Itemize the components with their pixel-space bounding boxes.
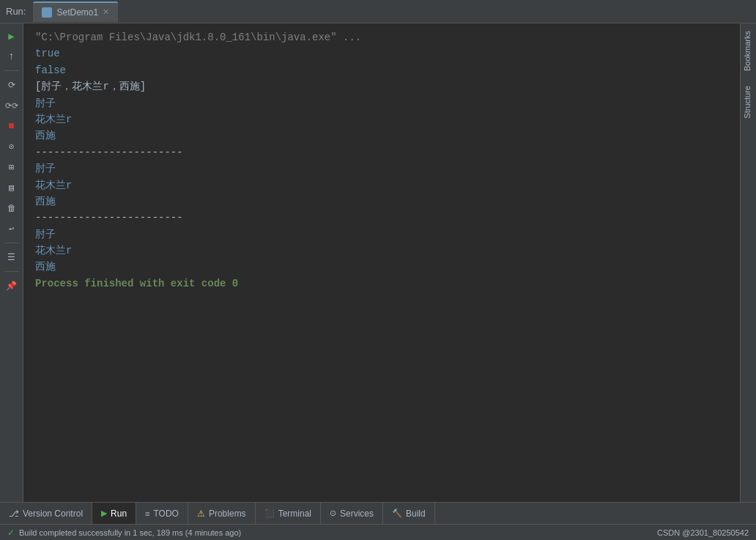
- run-play-icon: ▶: [101, 508, 107, 518]
- bottom-toolbar: ⎇ Version Control ▶ Run ≡ TODO ⚠ Problem…: [0, 502, 756, 524]
- output-line: true: [35, 45, 728, 62]
- scroll-up-icon[interactable]: ↑: [2, 47, 21, 66]
- warning-icon: ⚠: [197, 508, 205, 519]
- format-icon[interactable]: ⊞: [2, 158, 21, 177]
- left-sidebar: ▶ ↑ ⟳ ⟳⟳ ■ ⊙ ⊞ ▤ 🗑 ↩ ☰ 📌: [0, 23, 23, 502]
- sidebar-divider-2: [4, 243, 19, 243]
- structure-label[interactable]: Structure: [741, 78, 756, 126]
- restore-icon[interactable]: ↩: [2, 219, 21, 238]
- terminal-icon: ⬛: [264, 508, 275, 518]
- user-info: CSDN @2301_80250542: [657, 528, 749, 537]
- build-tab[interactable]: 🔨 Build: [383, 503, 435, 524]
- bookmarks-label[interactable]: Bookmarks: [741, 23, 756, 78]
- todo-icon: ≡: [145, 509, 149, 518]
- output-panel[interactable]: "C:\Program Files\Java\jdk1.8.0_161\bin\…: [23, 23, 740, 502]
- print-icon[interactable]: ▤: [2, 178, 21, 197]
- output-line: ------------------------: [35, 210, 728, 226]
- output-line: 花木兰r: [35, 111, 728, 127]
- run-label-bottom: Run: [111, 508, 127, 519]
- output-line: 肘子: [35, 95, 728, 111]
- sidebar-divider-1: [4, 70, 19, 71]
- version-control-label: Version Control: [23, 508, 83, 519]
- output-line: 肘子: [35, 160, 728, 177]
- todo-tab[interactable]: ≡ TODO: [136, 503, 188, 524]
- output-line: ------------------------: [35, 144, 728, 160]
- terminal-tab[interactable]: ⬛ Terminal: [256, 503, 321, 524]
- output-line: 花木兰r: [35, 177, 728, 193]
- status-bar: ✓ Build completed successfully in 1 sec,…: [0, 524, 756, 540]
- status-left: ✓ Build completed successfully in 1 sec,…: [7, 528, 241, 538]
- java-file-icon: [42, 7, 52, 18]
- problems-tab[interactable]: ⚠ Problems: [188, 503, 256, 524]
- run-tab[interactable]: SetDemo1 ✕: [33, 1, 118, 22]
- output-line: 西施: [35, 259, 728, 275]
- right-labels: Bookmarks Structure: [740, 23, 756, 502]
- stop-icon[interactable]: ■: [2, 116, 21, 136]
- problems-label: Problems: [209, 508, 246, 519]
- branch-icon: ⎇: [9, 508, 19, 519]
- services-tab[interactable]: ⊙ Services: [321, 503, 383, 524]
- output-line: 西施: [35, 127, 728, 144]
- pin-icon[interactable]: 📌: [2, 276, 21, 295]
- tab-name: SetDemo1: [56, 7, 98, 18]
- run-tab-bottom[interactable]: ▶ Run: [92, 503, 136, 524]
- output-line: "C:\Program Files\Java\jdk1.8.0_161\bin\…: [35, 29, 728, 45]
- scroll-icon[interactable]: ⟳⟳: [2, 96, 21, 115]
- delete-icon[interactable]: 🗑: [2, 199, 21, 218]
- output-line: 花木兰r: [35, 243, 728, 259]
- version-control-tab[interactable]: ⎇ Version Control: [0, 503, 92, 524]
- run-icon[interactable]: ▶: [2, 26, 21, 45]
- output-line: false: [35, 62, 728, 78]
- output-line: Process finished with exit code 0: [35, 275, 728, 292]
- build-message: Build completed successfully in 1 sec, 1…: [19, 528, 241, 537]
- tab-bar: Run: SetDemo1 ✕: [0, 0, 756, 23]
- build-icon: 🔨: [392, 508, 402, 518]
- close-tab-icon[interactable]: ✕: [103, 7, 109, 17]
- check-icon: ✓: [7, 528, 15, 538]
- output-line: 肘子: [35, 226, 728, 243]
- output-line: [肘子，花木兰r，西施]: [35, 78, 728, 95]
- layout-icon[interactable]: ☰: [2, 248, 21, 267]
- build-label: Build: [406, 508, 426, 519]
- services-label: Services: [340, 508, 374, 519]
- sidebar-divider-3: [4, 271, 19, 272]
- run-label: Run:: [6, 6, 26, 17]
- rerun-icon[interactable]: ⟳: [2, 75, 21, 95]
- terminal-label: Terminal: [278, 508, 311, 519]
- output-line: 西施: [35, 193, 728, 210]
- todo-label: TODO: [153, 508, 178, 519]
- main-area: ▶ ↑ ⟳ ⟳⟳ ■ ⊙ ⊞ ▤ 🗑 ↩ ☰ 📌 "C:\Program Fil…: [0, 23, 756, 502]
- camera-icon[interactable]: ⊙: [2, 137, 21, 156]
- services-icon: ⊙: [330, 508, 336, 518]
